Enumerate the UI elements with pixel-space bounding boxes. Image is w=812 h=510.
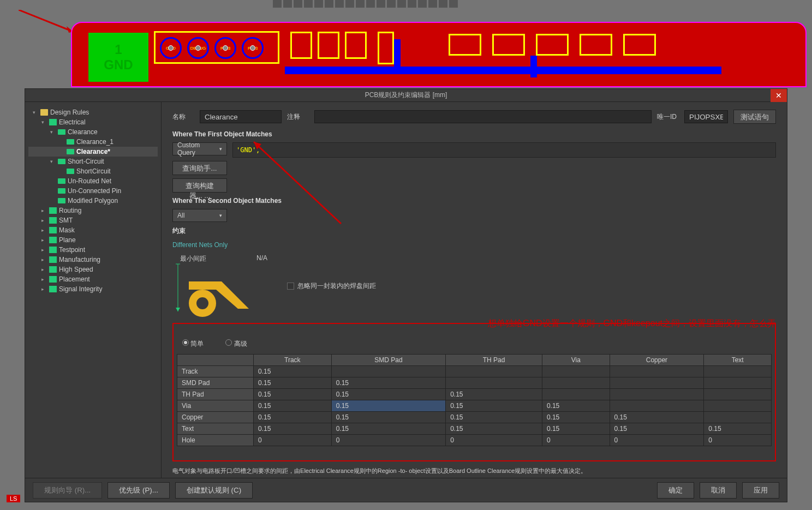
clearance-cell[interactable] <box>446 366 542 377</box>
apply-button[interactable]: 应用 <box>742 482 779 499</box>
clearance-cell[interactable]: 0.15 <box>331 389 445 400</box>
clearance-cell[interactable]: 0 <box>704 435 772 446</box>
clearance-cell[interactable]: 0 <box>446 435 542 446</box>
tree-item-un-routed-net[interactable]: Un-Routed Net <box>28 176 158 186</box>
col-header[interactable]: Via <box>542 355 610 366</box>
tree-item-clearance-1[interactable]: Clearance_1 <box>28 137 158 147</box>
row-header[interactable]: Copper <box>177 412 254 423</box>
toolbar-icon[interactable] <box>335 0 344 8</box>
dialog-titlebar[interactable]: PCB规则及约束编辑器 [mm] ✕ <box>25 89 787 102</box>
toolbar-icon[interactable] <box>345 0 354 8</box>
tree-item-routing[interactable]: ▸Routing <box>28 206 158 215</box>
tree-item-testpoint[interactable]: ▸Testpoint <box>28 245 158 255</box>
clearance-cell[interactable]: 0.15 <box>446 400 542 412</box>
clearance-cell[interactable] <box>542 377 610 389</box>
clearance-cell[interactable]: 0.15 <box>254 389 332 400</box>
tree-item-design-rules[interactable]: ▾Design Rules <box>28 107 158 117</box>
col-header[interactable] <box>177 355 254 366</box>
clearance-cell[interactable] <box>610 366 704 377</box>
create-defaults-button[interactable]: 创建默认规则 (C) <box>175 482 253 499</box>
clearance-cell[interactable]: 0 <box>542 435 610 446</box>
toolbar-icon[interactable] <box>283 0 292 8</box>
toolbar-icon[interactable] <box>304 0 313 8</box>
clearance-cell[interactable] <box>704 366 772 377</box>
tree-item-smt[interactable]: ▸SMT <box>28 215 158 225</box>
tree-item-placement[interactable]: ▸Placement <box>28 274 158 284</box>
tree-item-electrical[interactable]: ▾Electrical <box>28 117 158 127</box>
clearance-cell[interactable]: 0.15 <box>331 377 445 389</box>
tree-item-modified-polygon[interactable]: Modified Polygon <box>28 196 158 206</box>
clearance-cell[interactable]: 0.15 <box>704 423 772 435</box>
toolbar-icon[interactable] <box>366 0 375 8</box>
pcb-viewport[interactable]: 1GND GNDDEBUGPIO3PIO3 <box>71 22 807 87</box>
clearance-cell[interactable]: 0 <box>254 435 332 446</box>
clearance-cell[interactable]: 0.15 <box>542 400 610 412</box>
tree-item-plane[interactable]: ▸Plane <box>28 235 158 245</box>
mode-advanced-radio[interactable]: 高级 <box>225 339 247 349</box>
clearance-cell[interactable] <box>331 366 445 377</box>
clearance-cell[interactable] <box>542 366 610 377</box>
query-builder-button[interactable]: 查询构建器... ... <box>172 178 227 193</box>
query-helper-button[interactable]: 查询助手... ... <box>172 161 227 175</box>
cancel-button[interactable]: 取消 <box>700 482 737 499</box>
ignore-same-footprint-checkbox[interactable] <box>287 283 294 290</box>
match2-mode-dropdown[interactable]: All <box>172 209 227 222</box>
tree-item-signal-integrity[interactable]: ▸Signal Integrity <box>28 284 158 294</box>
clearance-cell[interactable] <box>704 377 772 389</box>
tree-item-shortcircuit[interactable]: ShortCircuit <box>28 166 158 176</box>
col-header[interactable]: Copper <box>610 355 704 366</box>
mode-simple-radio[interactable]: 简单 <box>182 339 204 349</box>
clearance-cell[interactable]: 0.15 <box>542 423 610 435</box>
toolbar-icon[interactable] <box>273 0 282 8</box>
clearance-cell[interactable] <box>704 412 772 423</box>
row-header[interactable]: Hole <box>177 435 254 446</box>
clearance-cell[interactable]: 0 <box>610 435 704 446</box>
clearance-cell[interactable]: 0.15 <box>446 423 542 435</box>
tree-item-manufacturing[interactable]: ▸Manufacturing <box>28 255 158 265</box>
comment-input[interactable] <box>314 110 652 123</box>
close-button[interactable]: ✕ <box>771 89 787 102</box>
clearance-matrix-table[interactable]: TrackSMD PadTH PadViaCopperTextTrack0.15… <box>177 354 772 446</box>
col-header[interactable]: SMD Pad <box>331 355 445 366</box>
tree-item-high-speed[interactable]: ▸High Speed <box>28 265 158 274</box>
row-header[interactable]: Via <box>177 400 254 412</box>
name-input[interactable] <box>200 110 282 123</box>
match1-query-box[interactable]: 'GND', <box>232 142 776 158</box>
clearance-cell[interactable]: 0.15 <box>331 423 445 435</box>
toolbar-icon[interactable] <box>397 0 406 8</box>
clearance-cell[interactable] <box>610 400 704 412</box>
ok-button[interactable]: 确定 <box>657 482 694 499</box>
row-header[interactable]: Track <box>177 366 254 377</box>
toolbar-icon[interactable] <box>356 0 365 8</box>
clearance-cell[interactable]: 0.15 <box>610 412 704 423</box>
clearance-cell[interactable]: 0.15 <box>254 366 332 377</box>
row-header[interactable]: SMD Pad <box>177 377 254 389</box>
row-header[interactable]: Text <box>177 423 254 435</box>
col-header[interactable]: Track <box>254 355 332 366</box>
toolbar-icon[interactable] <box>408 0 416 8</box>
row-header[interactable]: TH Pad <box>177 389 254 400</box>
toolbar-icon[interactable] <box>428 0 437 8</box>
clearance-cell[interactable]: 0.15 <box>610 423 704 435</box>
tree-item-clearance[interactable]: ▾Clearance <box>28 127 158 137</box>
clearance-cell[interactable] <box>542 389 610 400</box>
toolbar-icon[interactable] <box>294 0 302 8</box>
col-header[interactable]: TH Pad <box>446 355 542 366</box>
rule-wizard-button[interactable]: 规则向导 (R)... <box>33 482 102 499</box>
id-input[interactable] <box>684 110 728 123</box>
clearance-cell[interactable]: 0.15 <box>446 389 542 400</box>
clearance-cell[interactable] <box>610 389 704 400</box>
clearance-cell[interactable]: 0.15 <box>331 412 445 423</box>
clearance-cell[interactable]: 0.15 <box>254 377 332 389</box>
clearance-cell[interactable] <box>446 377 542 389</box>
tree-item-clearance-[interactable]: Clearance* <box>28 147 158 157</box>
clearance-cell[interactable]: 0 <box>331 435 445 446</box>
clearance-cell[interactable] <box>704 400 772 412</box>
clearance-cell[interactable]: 0.15 <box>254 423 332 435</box>
clearance-cell[interactable]: 0.15 <box>542 412 610 423</box>
clearance-cell[interactable] <box>610 377 704 389</box>
match1-mode-dropdown[interactable]: Custom Query <box>172 142 227 155</box>
clearance-cell[interactable]: 0.15 <box>446 412 542 423</box>
tree-item-short-circuit[interactable]: ▾Short-Circuit <box>28 157 158 166</box>
toolbar-icon[interactable] <box>418 0 427 8</box>
